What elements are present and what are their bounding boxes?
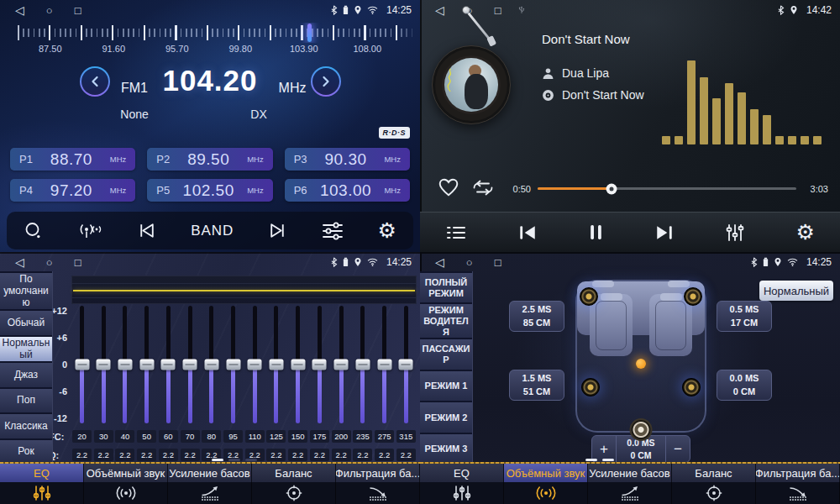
eq-preset-item[interactable]: Поп xyxy=(0,389,52,412)
audio-tab[interactable]: Баланс xyxy=(672,464,756,504)
eq-preset-item[interactable]: Рок xyxy=(0,440,52,464)
eq-preset-item[interactable]: Нормальный xyxy=(0,337,52,362)
subwoofer-icon[interactable] xyxy=(630,418,653,441)
settings-gear-icon[interactable]: ⚙ xyxy=(378,220,396,241)
fc-value[interactable]: 200 xyxy=(332,430,351,443)
preset-button[interactable]: P5 102.50 MHz xyxy=(147,179,272,202)
audio-tab[interactable]: Объёмный звук xyxy=(504,464,588,504)
tuning-pointer[interactable] xyxy=(307,24,312,42)
fc-value[interactable]: 175 xyxy=(310,430,329,443)
rear-right-speaker-icon[interactable] xyxy=(682,378,701,396)
passenger-seat[interactable] xyxy=(649,294,692,356)
fc-value[interactable]: 80 xyxy=(202,430,221,443)
audio-tab[interactable]: EQ xyxy=(0,464,84,504)
q-value[interactable]: 2.2 xyxy=(159,449,178,461)
fc-value[interactable]: 40 xyxy=(115,430,134,443)
gain-slider[interactable] xyxy=(318,306,322,423)
tab-label[interactable]: Фильтрация ба... xyxy=(336,464,420,482)
gain-slider[interactable] xyxy=(274,306,278,423)
slider-handle[interactable] xyxy=(226,360,240,370)
gain-slider[interactable] xyxy=(188,306,192,423)
tab-label[interactable]: Баланс xyxy=(672,464,756,482)
fc-value[interactable]: 70 xyxy=(181,430,200,443)
settings-gear-icon[interactable]: ⚙ xyxy=(796,222,815,243)
rear-left-delay-button[interactable]: 1.5 MS 51 CM xyxy=(509,370,564,401)
q-value[interactable]: 2.2 xyxy=(375,449,394,461)
slider-handle[interactable] xyxy=(291,360,305,370)
tab-label[interactable]: Объёмный звук xyxy=(84,464,168,482)
gain-slider[interactable] xyxy=(253,306,257,423)
recents-icon[interactable]: □ xyxy=(495,5,501,16)
fc-value[interactable]: 110 xyxy=(245,430,265,443)
gain-slider[interactable] xyxy=(404,306,408,423)
q-value[interactable]: 2.2 xyxy=(115,449,134,461)
slider-handle[interactable] xyxy=(118,360,132,370)
slider-handle[interactable] xyxy=(355,360,370,370)
tune-settings-button[interactable] xyxy=(322,222,344,240)
eq-preset-item[interactable]: По умолчанию xyxy=(0,273,52,309)
gain-slider[interactable] xyxy=(382,306,386,423)
listening-mode-item[interactable]: РЕЖИМ 1 xyxy=(420,371,472,401)
balance-icon[interactable] xyxy=(252,482,336,504)
equalizer-button[interactable] xyxy=(725,223,745,242)
recents-icon[interactable]: □ xyxy=(75,257,81,268)
delay-decrease-button[interactable]: − xyxy=(665,436,690,462)
q-value[interactable]: 2.2 xyxy=(396,449,416,461)
fc-value[interactable]: 275 xyxy=(375,430,394,443)
fc-value[interactable]: 150 xyxy=(288,430,307,443)
bass-boost-icon[interactable] xyxy=(168,482,252,504)
sound-preset-button[interactable]: Нормальный xyxy=(759,281,833,301)
slider-handle[interactable] xyxy=(269,360,283,370)
q-value[interactable]: 2.2 xyxy=(310,449,329,461)
q-value[interactable]: 2.2 xyxy=(181,449,200,461)
slider-handle[interactable] xyxy=(139,360,154,370)
pager-dash[interactable] xyxy=(585,459,597,461)
preset-button[interactable]: P3 90.30 MHz xyxy=(285,148,410,171)
gain-slider[interactable] xyxy=(296,306,300,423)
pager-dash[interactable] xyxy=(228,459,240,461)
driver-seat[interactable] xyxy=(590,294,633,356)
fc-value[interactable]: 30 xyxy=(94,430,113,443)
listening-mode-item[interactable]: ПОЛНЫЙ РЕЖИМ xyxy=(420,273,472,302)
balance-icon[interactable] xyxy=(672,482,756,504)
eq-sliders-icon[interactable] xyxy=(0,482,84,504)
listening-mode-item[interactable]: РЕЖИМ ВОДИТЕЛЯ xyxy=(420,304,472,338)
slider-handle[interactable] xyxy=(399,360,413,370)
gain-slider[interactable] xyxy=(144,306,149,423)
tab-label[interactable]: EQ xyxy=(0,464,84,482)
favorite-button[interactable] xyxy=(438,177,459,201)
progress-handle[interactable] xyxy=(606,183,617,194)
slider-handle[interactable] xyxy=(97,360,111,370)
eq-preset-item[interactable]: Классика xyxy=(0,414,52,438)
bass-filter-icon[interactable] xyxy=(336,482,420,504)
listening-mode-item[interactable]: РЕЖИМ 3 xyxy=(420,434,472,464)
gain-slider[interactable] xyxy=(339,306,344,423)
back-icon[interactable]: ◁ xyxy=(435,256,444,268)
fc-value[interactable]: 60 xyxy=(159,430,178,443)
eq-preset-item[interactable]: Джаз xyxy=(0,363,52,386)
preset-button[interactable]: P6 103.00 MHz xyxy=(285,179,410,202)
audio-tab[interactable]: Объёмный звук xyxy=(84,464,168,504)
tab-label[interactable]: Объёмный звук xyxy=(504,464,588,482)
tab-label[interactable]: Усиление басов xyxy=(588,464,672,482)
front-left-delay-button[interactable]: 2.5 MS 85 CM xyxy=(509,301,564,332)
audio-tab[interactable]: Фильтрация ба... xyxy=(756,464,840,504)
pager-dash[interactable] xyxy=(602,459,614,461)
preset-button[interactable]: P2 89.50 MHz xyxy=(147,148,272,171)
pager-dash[interactable] xyxy=(212,459,223,461)
rear-right-delay-button[interactable]: 0.0 MS 0 CM xyxy=(717,370,772,401)
home-icon[interactable]: ○ xyxy=(46,5,53,16)
q-value[interactable]: 2.2 xyxy=(288,449,307,461)
next-station-button[interactable] xyxy=(267,222,288,239)
back-icon[interactable]: ◁ xyxy=(15,4,24,16)
slider-handle[interactable] xyxy=(161,360,176,370)
next-track-button[interactable] xyxy=(654,223,675,242)
tab-label[interactable]: Усиление басов xyxy=(168,464,252,482)
q-value[interactable]: 2.2 xyxy=(137,449,156,461)
scan-button[interactable] xyxy=(24,221,44,241)
fc-value[interactable]: 315 xyxy=(396,430,416,443)
slider-handle[interactable] xyxy=(312,360,327,370)
recents-icon[interactable]: □ xyxy=(75,5,81,16)
home-icon[interactable]: ○ xyxy=(466,257,473,268)
frequency-scale[interactable] xyxy=(0,23,420,43)
